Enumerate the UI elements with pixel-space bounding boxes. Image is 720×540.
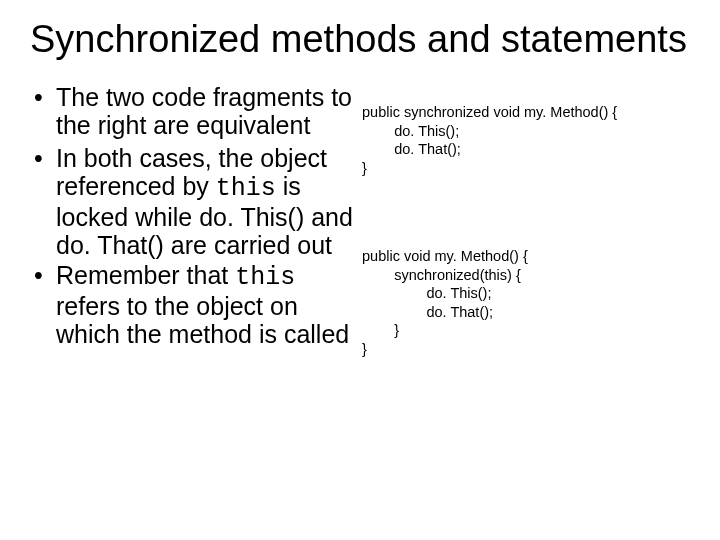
- slide-title: Synchronized methods and statements: [30, 18, 690, 61]
- slide: Synchronized methods and statements The …: [0, 0, 720, 540]
- bullet-item: Remember that this refers to the object …: [30, 261, 354, 348]
- bullet-column: The two code fragments to the right are …: [30, 83, 360, 358]
- code-fragment-2: public void my. Method() { synchronized(…: [362, 247, 690, 358]
- bullet-text: Remember that: [56, 261, 235, 289]
- bullet-item: In both cases, the object referenced by …: [30, 144, 354, 259]
- bullet-mono: this: [235, 263, 295, 292]
- bullet-item: The two code fragments to the right are …: [30, 83, 354, 142]
- code-fragment-1: public synchronized void my. Method() { …: [362, 103, 690, 177]
- bullet-list: The two code fragments to the right are …: [30, 83, 354, 348]
- bullet-text-post: refers to the object on which the method…: [56, 292, 349, 348]
- slide-body: The two code fragments to the right are …: [30, 83, 690, 358]
- bullet-text: The two code fragments to the right are …: [56, 83, 352, 139]
- code-column: public synchronized void my. Method() { …: [360, 83, 690, 358]
- bullet-mono: this: [216, 174, 276, 203]
